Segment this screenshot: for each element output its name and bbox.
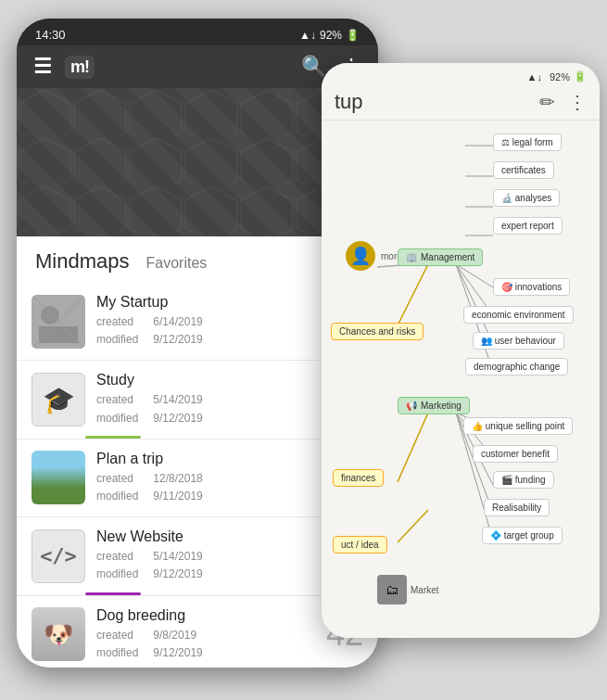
modified-date: 9/12/2019 bbox=[153, 644, 207, 662]
item-content: New Website created 5/14/2019 modified 9… bbox=[85, 528, 326, 583]
item-meta: created 5/14/2019 modified 9/12/2019 bbox=[96, 548, 315, 583]
thumbnail-website: </> bbox=[32, 529, 85, 583]
modified-label: modified bbox=[96, 331, 150, 349]
market-icon: 🗂 bbox=[377, 575, 407, 605]
created-label: created bbox=[96, 548, 150, 566]
mm-node-cust-benefit: customer benefit bbox=[473, 445, 558, 463]
scene: 14:30 ▲↓ 92% 🔋 ☰ m! 🔍 ⋮ bbox=[0, 0, 607, 700]
mm-node-funding: 🎬 funding bbox=[493, 471, 554, 489]
section-title: Mindmaps bbox=[35, 249, 129, 274]
mm-node-expert-report: expert report bbox=[493, 217, 563, 235]
startup-thumb-image bbox=[32, 295, 85, 349]
mm-node-marketing-wrap: 📢 Marketing bbox=[398, 397, 470, 414]
battery-icon-right: 🔋 bbox=[574, 70, 587, 83]
item-name: New Website bbox=[96, 528, 315, 545]
mm-node-realisability: Realisability bbox=[484, 499, 550, 516]
battery-text: 92% bbox=[320, 29, 342, 42]
study-hat-icon: 🎓 bbox=[42, 383, 75, 416]
mm-icon-more: 👤 more bbox=[346, 241, 402, 271]
mm-node-certificates: certificates bbox=[493, 161, 554, 179]
modified-label: modified bbox=[96, 644, 150, 662]
time: 14:30 bbox=[35, 28, 66, 42]
created-date: 5/14/2019 bbox=[153, 548, 207, 566]
mindmap-canvas[interactable]: ⚖ legal form certificates 🔬 analyses exp… bbox=[322, 121, 600, 626]
mm-node-user-beh: 👥 user behaviour bbox=[473, 332, 564, 350]
created-date: 6/14/2019 bbox=[153, 313, 207, 331]
marketing-icon: 📢 bbox=[406, 401, 417, 411]
modified-date: 9/12/2019 bbox=[153, 566, 207, 583]
item-content: Plan a trip created 12/8/2018 modified 9… bbox=[85, 451, 326, 505]
more-icon-right[interactable]: ⋮ bbox=[568, 91, 587, 113]
code-icon: </> bbox=[40, 544, 77, 567]
item-name: My Startup bbox=[96, 294, 315, 311]
management-label: Management bbox=[421, 252, 474, 262]
app-bar-right: tup ✏ ⋮ bbox=[322, 84, 600, 121]
page-title: tup bbox=[335, 90, 363, 114]
modified-label: modified bbox=[96, 488, 150, 505]
thumbnail-study: 🎓 bbox=[32, 373, 85, 426]
signal-icon: ▲↓ bbox=[299, 29, 316, 42]
dog-thumb-image: 🐶 bbox=[32, 607, 85, 661]
svg-line-22 bbox=[398, 413, 428, 482]
management-icon: 🏢 bbox=[406, 252, 417, 262]
item-meta: created 12/8/2018 modified 9/11/2019 bbox=[96, 470, 315, 505]
item-name: Plan a trip bbox=[96, 451, 315, 467]
signal-right: ▲↓ bbox=[527, 71, 542, 83]
color-indicator-purple bbox=[85, 592, 141, 595]
item-content: Dog breeding created 9/8/2019 modified 9… bbox=[85, 607, 326, 662]
created-date: 5/14/2019 bbox=[153, 391, 207, 409]
created-label: created bbox=[96, 391, 150, 409]
item-meta: created 9/8/2019 modified 9/12/2019 bbox=[96, 627, 315, 662]
created-label: created bbox=[96, 470, 150, 488]
created-date: 9/8/2019 bbox=[153, 627, 207, 644]
brand-logo: m! bbox=[65, 56, 95, 79]
marketing-label: Marketing bbox=[421, 401, 462, 411]
mm-node-demo-change: demographic change bbox=[465, 358, 568, 375]
created-date: 12/8/2018 bbox=[153, 470, 207, 488]
phone-right: ▲↓ 92% 🔋 tup ✏ ⋮ bbox=[322, 63, 600, 638]
modified-date: 9/12/2019 bbox=[153, 410, 207, 427]
mm-node-management: 🏢 Management bbox=[398, 248, 483, 266]
mm-node-economic: economic environment bbox=[463, 306, 574, 324]
color-indicator-green bbox=[85, 436, 141, 439]
thumbnail-startup bbox=[32, 295, 85, 349]
management-node: 🏢 Management bbox=[398, 248, 483, 266]
modified-label: modified bbox=[96, 566, 150, 583]
created-label: created bbox=[96, 313, 150, 331]
svg-point-3 bbox=[41, 306, 59, 325]
logo-area: ☰ m! bbox=[33, 55, 95, 79]
item-name: Study bbox=[96, 372, 315, 388]
mm-node-product-idea: uct / idea bbox=[333, 536, 387, 554]
mm-node-innovations: 🎯 innovations bbox=[493, 278, 570, 296]
more-circle-icon: 👤 bbox=[346, 241, 375, 271]
modified-date: 9/12/2019 bbox=[153, 331, 207, 349]
modified-label: modified bbox=[96, 410, 150, 427]
mm-node-legal-form: ⚖ legal form bbox=[493, 134, 562, 151]
search-icon[interactable]: 🔍 bbox=[301, 55, 326, 79]
item-meta: created 6/14/2019 modified 9/12/2019 bbox=[96, 313, 315, 349]
right-top-icons: ✏ ⋮ bbox=[539, 91, 587, 113]
thumbnail-dog: 🐶 bbox=[32, 607, 85, 661]
mm-node-market: 🗂 Market bbox=[377, 575, 439, 605]
modified-date: 9/11/2019 bbox=[153, 488, 207, 505]
favorites-tab[interactable]: Favorites bbox=[145, 255, 207, 272]
battery-icon: 🔋 bbox=[346, 29, 360, 42]
mm-node-analyses: 🔬 analyses bbox=[493, 189, 560, 207]
svg-line-23 bbox=[398, 510, 428, 542]
status-icons: ▲↓ 92% 🔋 bbox=[299, 29, 360, 42]
edit-icon[interactable]: ✏ bbox=[539, 91, 555, 113]
market-label: Market bbox=[411, 585, 439, 595]
thumbnail-trip bbox=[32, 451, 85, 504]
mm-node-chances: Chances and risks bbox=[331, 323, 424, 340]
item-name: Dog breeding bbox=[96, 607, 315, 624]
mm-node-finances: finances bbox=[333, 469, 384, 487]
created-label: created bbox=[96, 627, 150, 644]
status-bar-right: ▲↓ 92% 🔋 bbox=[322, 63, 600, 84]
mm-node-usp: 👍 unique selling point bbox=[463, 417, 573, 435]
marketing-node: 📢 Marketing bbox=[398, 397, 470, 414]
mm-node-target-group: 💠 target group bbox=[482, 527, 563, 544]
hamburger-icon[interactable]: ☰ bbox=[33, 55, 52, 79]
battery-right: 92% bbox=[550, 71, 570, 83]
status-bar-left: 14:30 ▲↓ 92% 🔋 bbox=[17, 19, 378, 45]
trip-thumb-image bbox=[32, 451, 85, 504]
